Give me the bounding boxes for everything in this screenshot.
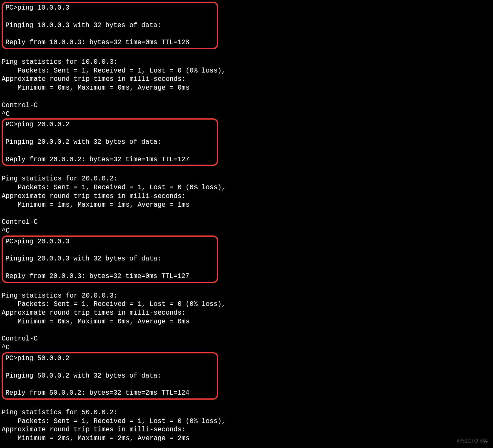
watermark: @51CTO博客 — [457, 438, 488, 445]
terminal-output: PC>ping 10.0.0.3 Pinging 10.0.0.3 with 3… — [2, 2, 491, 448]
terminal-line — [5, 246, 214, 255]
ping-command-block: PC>ping 50.0.0.2 Pinging 50.0.0.2 with 3… — [2, 352, 491, 400]
highlight-box: PC>ping 50.0.0.2 Pinging 50.0.0.2 with 3… — [2, 352, 218, 400]
terminal-line: Reply from 20.0.0.2: bytes=32 time=1ms T… — [5, 155, 214, 164]
terminal-line: Approximate round trip times in milli-se… — [2, 425, 491, 434]
terminal-line — [5, 263, 214, 272]
terminal-line — [2, 93, 491, 101]
terminal-line: PC>ping 20.0.0.2 — [5, 120, 214, 129]
terminal-line: Approximate round trip times in milli-se… — [2, 309, 491, 318]
terminal-line: Minimum = 2ms, Maximum = 2ms, Average = … — [2, 434, 491, 443]
terminal-line: Ping statistics for 50.0.0.2: — [2, 408, 491, 417]
terminal-line: Packets: Sent = 1, Received = 1, Lost = … — [2, 300, 491, 309]
terminal-line: Ping statistics for 20.0.0.2: — [2, 175, 491, 183]
terminal-line: Pinging 20.0.0.3 with 32 bytes of data: — [5, 255, 214, 263]
terminal-line — [2, 209, 491, 218]
terminal-line — [2, 166, 491, 175]
terminal-line: Pinging 10.0.0.3 with 32 bytes of data: — [5, 21, 214, 30]
terminal-line — [5, 129, 214, 138]
ping-stats-block: Ping statistics for 50.0.0.2: Packets: S… — [2, 400, 491, 448]
terminal-line — [2, 326, 491, 335]
terminal-line: ^C — [2, 343, 491, 352]
terminal-line — [5, 30, 214, 38]
terminal-line: Packets: Sent = 1, Received = 1, Lost = … — [2, 183, 491, 192]
terminal-line: Ping statistics for 10.0.0.3: — [2, 58, 491, 67]
ping-command-block: PC>ping 20.0.0.3 Pinging 20.0.0.3 with 3… — [2, 235, 491, 283]
terminal-line: PC>ping 50.0.0.2 — [5, 354, 214, 363]
terminal-line — [2, 49, 491, 58]
ping-stats-block: Ping statistics for 20.0.0.3: Packets: S… — [2, 283, 491, 352]
terminal-line: Reply from 10.0.0.3: bytes=32 time=0ms T… — [5, 38, 214, 47]
terminal-line: Approximate round trip times in milli-se… — [2, 192, 491, 201]
terminal-line: PC>ping 20.0.0.3 — [5, 238, 214, 246]
terminal-line: Control-C — [2, 218, 491, 227]
terminal-line: Approximate round trip times in milli-se… — [2, 75, 491, 84]
ping-stats-block: Ping statistics for 20.0.0.2: Packets: S… — [2, 166, 491, 235]
terminal-line: PC>ping 10.0.0.3 — [5, 4, 214, 13]
terminal-line: ^C — [2, 110, 491, 119]
terminal-line: Packets: Sent = 1, Received = 1, Lost = … — [2, 67, 491, 75]
terminal-line: Ping statistics for 20.0.0.3: — [2, 292, 491, 300]
terminal-line: Pinging 50.0.0.2 with 32 bytes of data: — [5, 372, 214, 380]
terminal-line: ^C — [2, 227, 491, 235]
ping-stats-block: Ping statistics for 10.0.0.3: Packets: S… — [2, 49, 491, 118]
terminal-line: Control-C — [2, 335, 491, 343]
terminal-line — [5, 363, 214, 372]
terminal-line — [2, 443, 491, 448]
terminal-line — [2, 283, 491, 292]
terminal-line: Minimum = 1ms, Maximum = 1ms, Average = … — [2, 201, 491, 210]
terminal-line — [5, 13, 214, 21]
terminal-line — [2, 400, 491, 408]
terminal-line: Reply from 50.0.0.2: bytes=32 time=2ms T… — [5, 389, 214, 398]
ping-command-block: PC>ping 20.0.0.2 Pinging 20.0.0.2 with 3… — [2, 118, 491, 166]
highlight-box: PC>ping 20.0.0.3 Pinging 20.0.0.3 with 3… — [2, 235, 218, 283]
highlight-box: PC>ping 10.0.0.3 Pinging 10.0.0.3 with 3… — [2, 2, 218, 49]
ping-command-block: PC>ping 10.0.0.3 Pinging 10.0.0.3 with 3… — [2, 2, 491, 49]
terminal-line: Minimum = 0ms, Maximum = 0ms, Average = … — [2, 84, 491, 93]
terminal-line — [5, 380, 214, 389]
terminal-line: Control-C — [2, 101, 491, 110]
terminal-line: Packets: Sent = 1, Received = 1, Lost = … — [2, 417, 491, 426]
terminal-line: Minimum = 0ms, Maximum = 0ms, Average = … — [2, 318, 491, 326]
terminal-line: Pinging 20.0.0.2 with 32 bytes of data: — [5, 138, 214, 147]
terminal-line — [5, 147, 214, 155]
terminal-line: Reply from 20.0.0.3: bytes=32 time=0ms T… — [5, 272, 214, 281]
highlight-box: PC>ping 20.0.0.2 Pinging 20.0.0.2 with 3… — [2, 118, 218, 166]
